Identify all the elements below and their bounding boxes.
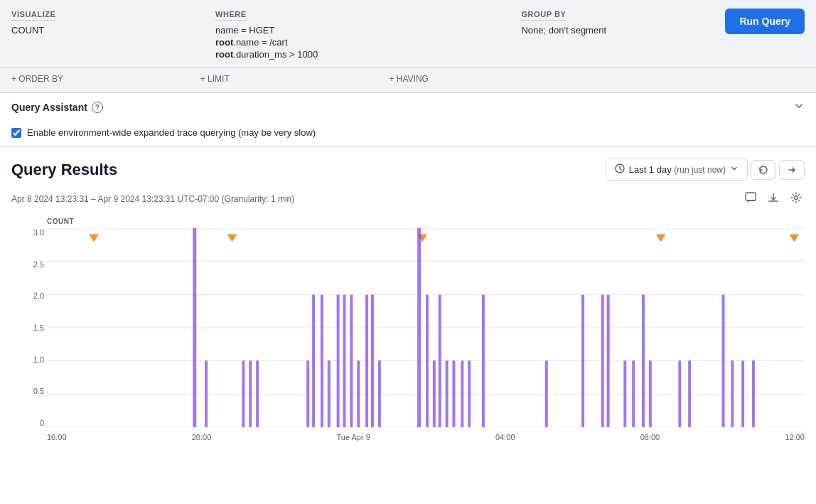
where-condition-3[interactable]: root.duration_ms > 1000 bbox=[215, 49, 521, 60]
query-assistant-label: Query Assistant bbox=[11, 102, 87, 113]
svg-rect-44 bbox=[623, 360, 626, 427]
query-assistant-title-group: Query Assistant ? bbox=[11, 102, 103, 113]
where-condition-1[interactable]: name = HGET bbox=[215, 25, 521, 36]
visualize-header: VISUALIZE bbox=[11, 10, 55, 21]
y-label-0: 0 bbox=[17, 419, 44, 427]
date-range-text: Apr 8 2024 13:23:31 – Apr 9 2024 13:23:3… bbox=[11, 194, 294, 204]
svg-rect-27 bbox=[357, 360, 360, 427]
chart-wrapper: 3.0 2.5 2.0 1.5 1.0 0.5 0 bbox=[47, 228, 805, 427]
svg-rect-25 bbox=[343, 295, 346, 427]
order-by-link[interactable]: + ORDER BY bbox=[11, 74, 63, 84]
limit-link[interactable]: + LIMIT bbox=[200, 74, 230, 84]
y-label-30: 3.0 bbox=[17, 228, 44, 237]
svg-rect-42 bbox=[601, 295, 604, 427]
more-options-button[interactable]: ⋯ bbox=[792, 6, 805, 21]
x-label-1600: 16:00 bbox=[47, 433, 67, 441]
expanded-trace-label: Enable environment-wide expanded trace q… bbox=[27, 127, 316, 138]
checkbox-row: Enable environment-wide expanded trace q… bbox=[11, 127, 805, 138]
chevron-down-icon bbox=[793, 100, 805, 114]
svg-rect-47 bbox=[649, 360, 652, 427]
svg-rect-50 bbox=[722, 295, 725, 427]
dropdown-caret-icon bbox=[730, 164, 739, 175]
visualize-column: VISUALIZE COUNT bbox=[11, 9, 215, 37]
x-label-0400: 04:00 bbox=[495, 433, 515, 441]
query-results-title: Query Results bbox=[11, 161, 117, 179]
svg-rect-18 bbox=[249, 360, 252, 427]
time-range-button[interactable]: Last 1 day (run just now) bbox=[606, 159, 748, 181]
svg-rect-40 bbox=[545, 360, 548, 427]
visualize-value[interactable]: COUNT bbox=[11, 25, 215, 36]
y-label-05: 0.5 bbox=[17, 387, 44, 395]
x-label-tue-apr9: Tue Apr 9 bbox=[336, 433, 370, 441]
y-label-10: 1.0 bbox=[17, 355, 44, 364]
svg-rect-34 bbox=[439, 295, 441, 427]
svg-rect-32 bbox=[426, 295, 429, 427]
svg-rect-36 bbox=[453, 360, 456, 427]
query-assistant-body: Enable environment-wide expanded trace q… bbox=[0, 122, 816, 146]
svg-rect-26 bbox=[350, 295, 353, 427]
where-header: WHERE bbox=[215, 10, 247, 21]
y-label-25: 2.5 bbox=[17, 260, 44, 269]
svg-rect-46 bbox=[642, 295, 645, 427]
y-axis-labels: 3.0 2.5 2.0 1.5 1.0 0.5 0 bbox=[17, 228, 44, 427]
chart-container: COUNT 3.0 2.5 2.0 1.5 1.0 0.5 0 bbox=[11, 218, 805, 427]
query-assistant-header[interactable]: Query Assistant ? bbox=[0, 93, 816, 122]
svg-rect-53 bbox=[752, 360, 755, 427]
query-results-section: Query Results Last 1 day (run just now) bbox=[0, 147, 816, 441]
svg-rect-21 bbox=[312, 295, 315, 427]
svg-rect-37 bbox=[461, 360, 463, 427]
svg-marker-14 bbox=[789, 235, 799, 242]
svg-rect-43 bbox=[607, 295, 610, 427]
y-label-15: 1.5 bbox=[17, 323, 44, 332]
settings-button[interactable] bbox=[788, 189, 805, 209]
chart-svg bbox=[47, 228, 805, 427]
query-builder: ⋯ VISUALIZE COUNT WHERE name = HGET root… bbox=[0, 0, 816, 93]
expanded-trace-checkbox[interactable] bbox=[11, 128, 21, 138]
svg-rect-29 bbox=[371, 295, 374, 427]
y-label-20: 2.0 bbox=[17, 291, 44, 300]
x-label-1200: 12:00 bbox=[785, 433, 805, 441]
svg-rect-49 bbox=[688, 360, 691, 427]
order-row: + ORDER BY + LIMIT + HAVING bbox=[0, 67, 816, 92]
svg-point-2 bbox=[795, 196, 798, 200]
having-link[interactable]: + HAVING bbox=[389, 74, 428, 84]
svg-marker-10 bbox=[89, 235, 99, 242]
help-icon: ? bbox=[92, 102, 103, 113]
chart-actions bbox=[742, 189, 805, 209]
forward-button[interactable] bbox=[779, 160, 805, 180]
svg-marker-13 bbox=[656, 235, 666, 242]
time-range-sublabel: (run just now) bbox=[674, 165, 726, 175]
svg-rect-35 bbox=[446, 360, 449, 427]
svg-rect-16 bbox=[205, 360, 208, 427]
svg-rect-33 bbox=[433, 360, 436, 427]
time-range-label: Last 1 day (run just now) bbox=[629, 164, 726, 175]
where-condition-2[interactable]: root.name = /cart bbox=[215, 37, 521, 48]
group-by-value[interactable]: None; don't segment bbox=[521, 25, 725, 36]
having-col: + HAVING bbox=[389, 73, 578, 84]
svg-rect-28 bbox=[365, 295, 368, 427]
svg-rect-24 bbox=[337, 295, 340, 427]
query-main-row: ⋯ VISUALIZE COUNT WHERE name = HGET root… bbox=[0, 0, 816, 67]
svg-rect-45 bbox=[632, 360, 635, 427]
download-button[interactable] bbox=[765, 189, 782, 209]
order-by-col: + ORDER BY bbox=[11, 73, 200, 84]
refresh-button[interactable] bbox=[751, 160, 776, 180]
query-results-header: Query Results Last 1 day (run just now) bbox=[11, 147, 805, 186]
svg-rect-20 bbox=[306, 360, 309, 427]
svg-rect-1 bbox=[746, 193, 756, 200]
svg-rect-51 bbox=[731, 360, 734, 427]
x-label-0800: 08:00 bbox=[640, 433, 660, 441]
time-selector: Last 1 day (run just now) bbox=[606, 159, 805, 181]
query-assistant-section: Query Assistant ? Enable environment-wid… bbox=[0, 93, 816, 147]
x-label-2000: 20:00 bbox=[192, 433, 212, 441]
svg-rect-15 bbox=[193, 228, 196, 427]
comment-button[interactable] bbox=[742, 189, 759, 209]
svg-rect-31 bbox=[417, 228, 421, 427]
svg-rect-30 bbox=[378, 360, 381, 427]
svg-rect-41 bbox=[581, 295, 584, 427]
x-axis-labels: 16:00 20:00 Tue Apr 9 04:00 08:00 12:00 bbox=[11, 433, 805, 441]
group-by-header: GROUP BY bbox=[521, 10, 566, 21]
svg-rect-38 bbox=[468, 360, 471, 427]
svg-rect-39 bbox=[482, 295, 485, 427]
svg-rect-19 bbox=[256, 360, 259, 427]
